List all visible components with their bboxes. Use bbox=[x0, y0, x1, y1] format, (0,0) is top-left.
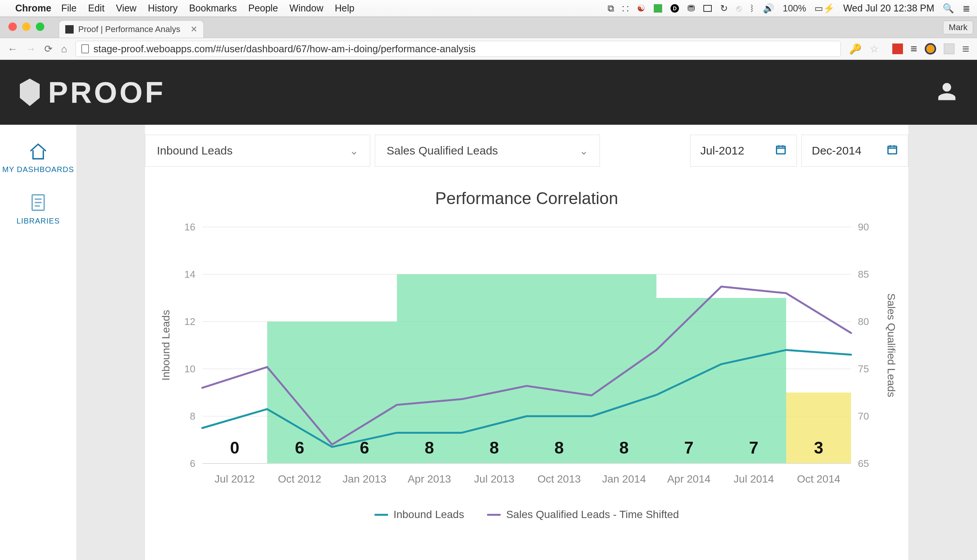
nav-forward-icon: → bbox=[26, 43, 36, 55]
dropbox-icon[interactable]: ⛃ bbox=[687, 3, 695, 14]
svg-text:8: 8 bbox=[425, 438, 434, 457]
tab-close-icon[interactable]: ✕ bbox=[190, 24, 197, 34]
tab-title: Proof | Performance Analys bbox=[78, 24, 180, 34]
chrome-profile-button[interactable]: Mark bbox=[943, 21, 973, 34]
svg-text:8: 8 bbox=[620, 438, 628, 457]
timemachine-icon[interactable]: ↻ bbox=[720, 3, 728, 14]
extension-icon-1[interactable] bbox=[892, 43, 903, 54]
menu-history[interactable]: History bbox=[148, 3, 178, 14]
chrome-window: Proof | Performance Analys ✕ Mark ← → ⟳ … bbox=[0, 17, 977, 60]
svg-rect-41 bbox=[527, 274, 591, 463]
svg-text:85: 85 bbox=[858, 268, 869, 280]
svg-text:Inbound Leads: Inbound Leads bbox=[160, 310, 172, 380]
calendar-icon bbox=[775, 144, 787, 158]
menubar-icon-4[interactable] bbox=[654, 4, 662, 13]
menu-view[interactable]: View bbox=[116, 3, 137, 14]
volume-icon[interactable]: 🔊 bbox=[763, 3, 774, 14]
svg-text:Apr 2014: Apr 2014 bbox=[667, 473, 711, 485]
legend-swatch-icon bbox=[374, 514, 388, 516]
menu-bookmarks[interactable]: Bookmarks bbox=[189, 3, 237, 14]
svg-text:90: 90 bbox=[858, 223, 869, 233]
metric-a-dropdown[interactable]: Inbound Leads ⌄ bbox=[145, 135, 370, 167]
dashboard-canvas: Inbound Leads ⌄ Sales Qualified Leads ⌄ … bbox=[145, 125, 908, 560]
correlation-chart: 6810121416657075808590Inbound LeadsSales… bbox=[153, 223, 901, 498]
svg-text:70: 70 bbox=[858, 410, 869, 422]
svg-text:3: 3 bbox=[814, 438, 823, 457]
bluetooth-icon[interactable]: ⎋ bbox=[736, 3, 742, 14]
date-from-field[interactable]: Jul-2012 bbox=[690, 135, 797, 167]
legend-swatch-icon bbox=[487, 514, 501, 516]
menu-window[interactable]: Window bbox=[289, 3, 323, 14]
svg-rect-8 bbox=[888, 146, 897, 154]
extension-icon-3[interactable] bbox=[944, 43, 954, 54]
notification-center-icon[interactable]: ≣ bbox=[962, 3, 970, 14]
battery-text: 100% bbox=[783, 3, 806, 14]
menubar-app-name[interactable]: Chrome bbox=[15, 3, 51, 14]
sidebar-item-dashboards[interactable]: MY DASHBOARDS bbox=[2, 141, 74, 174]
battery-icon[interactable]: ▭⚡ bbox=[814, 3, 835, 14]
legend-item-sql[interactable]: Sales Qualified Leads - Time Shifted bbox=[487, 508, 679, 521]
address-bar[interactable]: stage-proof.weboapps.com/#/user/dashboar… bbox=[75, 41, 841, 57]
chrome-tabstrip: Proof | Performance Analys ✕ Mark bbox=[0, 17, 977, 38]
svg-text:Oct 2012: Oct 2012 bbox=[278, 473, 321, 485]
menubar-icon-5[interactable]: D bbox=[671, 4, 679, 13]
wifi-icon[interactable]: ⧘ bbox=[750, 3, 755, 14]
user-avatar-icon[interactable] bbox=[937, 81, 957, 103]
dropdown-value: Inbound Leads bbox=[157, 144, 233, 157]
spotlight-icon[interactable]: 🔍 bbox=[943, 3, 954, 14]
svg-text:8: 8 bbox=[489, 438, 499, 457]
document-icon bbox=[28, 192, 48, 213]
svg-text:Oct 2013: Oct 2013 bbox=[537, 473, 581, 485]
menu-help[interactable]: Help bbox=[335, 3, 354, 14]
menu-edit[interactable]: Edit bbox=[88, 3, 105, 14]
metric-b-dropdown[interactable]: Sales Qualified Leads ⌄ bbox=[375, 135, 600, 167]
menubar-icon-2[interactable]: ⸬ bbox=[623, 3, 628, 14]
buffer-extension-icon[interactable]: ≡ bbox=[910, 42, 917, 55]
menubar-icon-3[interactable]: ☯ bbox=[637, 3, 645, 14]
svg-text:8: 8 bbox=[554, 438, 564, 457]
extension-icon-2[interactable] bbox=[925, 43, 936, 55]
dropdown-value: Sales Qualified Leads bbox=[387, 144, 498, 157]
svg-text:16: 16 bbox=[184, 223, 195, 233]
sidebar-item-libraries[interactable]: LIBRARIES bbox=[17, 192, 60, 225]
chart-legend: Inbound Leads Sales Qualified Leads - Ti… bbox=[149, 508, 905, 521]
airplay-icon[interactable] bbox=[703, 5, 712, 12]
tab-favicon bbox=[65, 25, 73, 33]
menubar-icon-1[interactable]: ⧉ bbox=[608, 3, 614, 14]
svg-text:14: 14 bbox=[184, 268, 195, 280]
chrome-menu-icon[interactable]: ≡ bbox=[962, 42, 969, 56]
svg-text:80: 80 bbox=[858, 316, 869, 327]
svg-text:Jul 2014: Jul 2014 bbox=[733, 473, 774, 485]
app-body: MY DASHBOARDS LIBRARIES Inbound Leads ⌄ … bbox=[0, 125, 977, 560]
nav-back-icon[interactable]: ← bbox=[8, 43, 18, 55]
menu-file[interactable]: File bbox=[61, 3, 76, 14]
svg-rect-39 bbox=[462, 274, 527, 463]
legend-label: Inbound Leads bbox=[394, 508, 464, 521]
sidebar-item-label: LIBRARIES bbox=[17, 217, 60, 225]
legend-label: Sales Qualified Leads - Time Shifted bbox=[506, 508, 679, 521]
extensions-area: ≡ ≡ bbox=[892, 42, 969, 56]
window-minimize[interactable] bbox=[22, 23, 30, 31]
home-icon bbox=[28, 141, 48, 162]
macos-menubar: Chrome File Edit View History Bookmarks … bbox=[0, 0, 977, 17]
browser-tab[interactable]: Proof | Performance Analys ✕ bbox=[59, 20, 204, 38]
menu-people[interactable]: People bbox=[248, 3, 278, 14]
legend-item-inbound[interactable]: Inbound Leads bbox=[374, 508, 464, 521]
window-zoom[interactable] bbox=[36, 23, 44, 31]
date-to-field[interactable]: Dec-2014 bbox=[802, 135, 908, 167]
menubar-clock[interactable]: Wed Jul 20 12:38 PM bbox=[843, 3, 934, 14]
nav-home-icon[interactable]: ⌂ bbox=[61, 43, 67, 55]
app-logo[interactable]: PROOF bbox=[20, 75, 165, 110]
window-close[interactable] bbox=[8, 23, 17, 31]
bookmark-star-icon[interactable]: ☆ bbox=[870, 43, 878, 55]
svg-text:Jan 2014: Jan 2014 bbox=[602, 473, 646, 485]
password-icon[interactable]: 🔑 bbox=[849, 43, 861, 55]
date-value: Jul-2012 bbox=[700, 144, 744, 157]
svg-rect-43 bbox=[591, 274, 656, 463]
site-info-icon[interactable] bbox=[81, 44, 89, 53]
chrome-toolbar: ← → ⟳ ⌂ stage-proof.weboapps.com/#/user/… bbox=[0, 38, 977, 60]
svg-rect-37 bbox=[397, 274, 462, 463]
url-text: stage-proof.weboapps.com/#/user/dashboar… bbox=[94, 43, 476, 55]
nav-reload-icon[interactable]: ⟳ bbox=[44, 43, 53, 55]
logo-text: PROOF bbox=[48, 75, 165, 110]
